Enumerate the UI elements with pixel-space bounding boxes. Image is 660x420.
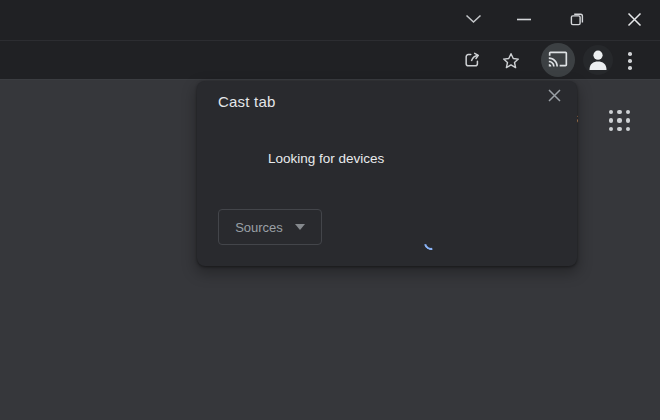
title-bar	[0, 0, 660, 41]
profile-avatar-icon	[583, 45, 613, 75]
restore-window-icon	[569, 11, 585, 27]
cast-dialog: Cast tab Looking for devices Sources	[197, 81, 577, 266]
sources-label: Sources	[235, 220, 283, 235]
cast-icon	[548, 49, 568, 72]
cast-button[interactable]	[541, 43, 575, 77]
close-icon	[548, 89, 561, 105]
browser-window: s Cast tab Looking for devices Sources	[0, 0, 660, 420]
window-minimize-button[interactable]	[507, 1, 541, 37]
google-apps-grid-icon[interactable]	[609, 110, 631, 132]
window-close-button[interactable]	[617, 1, 651, 37]
cast-dialog-close-button[interactable]	[541, 84, 567, 110]
sources-dropdown-button[interactable]: Sources	[218, 209, 322, 245]
share-icon	[462, 50, 482, 73]
cast-status-text: Looking for devices	[268, 151, 384, 166]
window-chevron-button[interactable]	[456, 1, 490, 37]
chevron-down-icon	[465, 14, 482, 24]
minimize-icon	[517, 18, 531, 21]
browser-menu-button[interactable]	[620, 50, 640, 72]
kebab-menu-icon	[628, 52, 632, 69]
browser-toolbar	[0, 41, 660, 80]
triangle-down-icon	[295, 224, 305, 230]
profile-button[interactable]	[583, 45, 613, 75]
bookmark-star-icon	[501, 51, 521, 74]
close-icon	[627, 12, 642, 27]
cast-dialog-title: Cast tab	[218, 93, 275, 110]
window-restore-button[interactable]	[560, 1, 594, 37]
share-button[interactable]	[457, 47, 487, 75]
loading-spinner-icon	[421, 233, 440, 252]
bookmark-button[interactable]	[497, 48, 525, 76]
